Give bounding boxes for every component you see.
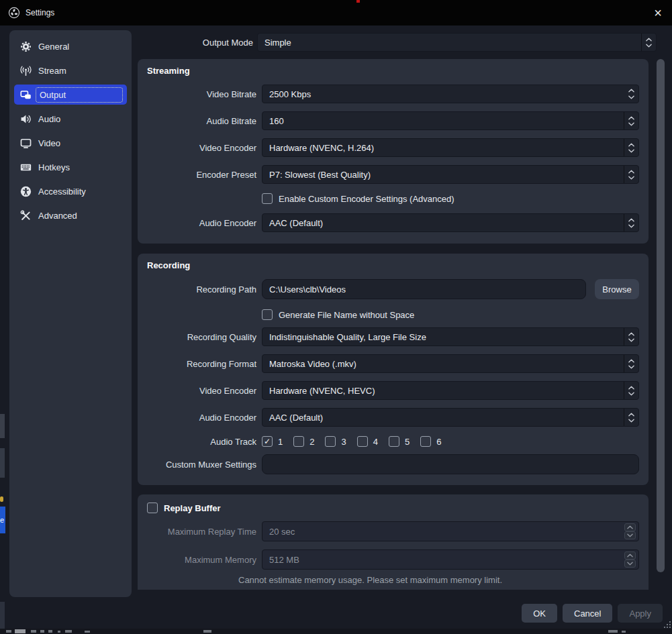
track-5-label: 5 (405, 437, 410, 447)
max-memory-spinbox: 512 MB (262, 549, 639, 570)
accessibility-icon (19, 185, 32, 197)
peek-blue-block: e (0, 507, 5, 533)
encoder-preset-value: P7: Slowest (Best Quality) (269, 170, 371, 180)
encoder-preset-row: Encoder Preset P7: Slowest (Best Quality… (147, 165, 639, 184)
chevron-up-down-icon[interactable] (624, 355, 638, 372)
encoder-preset-select[interactable]: P7: Slowest (Best Quality) (262, 165, 639, 184)
peek-block (0, 414, 5, 438)
scrollbar-thumb[interactable] (657, 59, 665, 572)
spin-up-button (624, 523, 636, 531)
cancel-button[interactable]: Cancel (563, 604, 612, 623)
recording-panel: Recording Recording Path Browse Generate… (138, 254, 649, 485)
audio-bitrate-value: 160 (269, 116, 284, 126)
stream-audio-encoder-select[interactable]: AAC (Default) (262, 213, 639, 232)
peek-block (0, 602, 5, 629)
max-replay-time-spinbox: 20 sec (262, 521, 639, 541)
sidebar-item-video[interactable]: Video (14, 133, 127, 153)
track-3-label: 3 (341, 437, 346, 447)
memory-usage-note: Cannot estimate memory usage. Please set… (238, 575, 614, 585)
recording-format-value: Matroska Video (.mkv) (269, 359, 356, 369)
ok-button[interactable]: OK (522, 604, 557, 623)
apply-button[interactable]: Apply (618, 604, 663, 623)
close-icon[interactable]: × (648, 0, 668, 25)
background-window-peek-bottom (0, 629, 672, 634)
chevron-up-down-icon[interactable] (641, 34, 656, 51)
rec-audio-encoder-select[interactable]: AAC (Default) (262, 408, 639, 427)
recording-quality-label: Recording Quality (147, 332, 256, 342)
chevron-up-down-icon[interactable] (624, 112, 638, 129)
recording-format-select[interactable]: Matroska Video (.mkv) (262, 354, 639, 373)
sidebar-item-audio[interactable]: Audio (14, 109, 127, 129)
audio-track-label: Audio Track (147, 437, 256, 447)
rec-video-encoder-select[interactable]: Hardware (NVENC, HEVC) (262, 381, 639, 400)
chevron-up-down-icon[interactable] (624, 166, 638, 183)
no-space-filename-row: Generate File Name without Space (262, 308, 639, 321)
chevron-up-down-icon[interactable] (624, 409, 638, 426)
resize-grip-icon[interactable] (663, 620, 671, 628)
browse-button[interactable]: Browse (595, 279, 639, 299)
max-replay-time-value: 20 sec (269, 527, 295, 537)
checkbox-track-3[interactable] (325, 436, 336, 447)
stream-video-encoder-row: Video Encoder Hardware (NVENC, H.264) (147, 138, 639, 157)
monitor-icon (19, 137, 32, 149)
sidebar-item-label: Output (36, 87, 123, 103)
sidebar-item-label: Hotkeys (38, 162, 70, 172)
max-replay-time-label: Maximum Replay Time (147, 527, 256, 537)
custom-muxer-input[interactable] (262, 454, 639, 474)
sidebar-item-label: General (38, 42, 69, 52)
video-encoder-value: Hardware (NVENC, HEVC) (269, 386, 375, 396)
sidebar-item-general[interactable]: General (14, 36, 127, 56)
spin-up-icon[interactable] (628, 89, 634, 93)
sidebar-item-advanced[interactable]: Advanced (14, 205, 127, 225)
checkbox[interactable] (262, 193, 273, 204)
checkmark-icon: ✓ (264, 437, 271, 445)
spin-down-icon[interactable] (628, 95, 634, 99)
obs-logo-icon (8, 7, 20, 19)
checkbox-track-6[interactable] (420, 436, 431, 447)
chevron-up-down-icon[interactable] (624, 139, 638, 156)
no-space-filename-label: Generate File Name without Space (279, 310, 414, 320)
custom-encoder-settings-row: Enable Custom Encoder Settings (Advanced… (262, 192, 639, 205)
stream-video-encoder-select[interactable]: Hardware (NVENC, H.264) (262, 138, 639, 157)
settings-dialog: Settings × General Stream Output Au (0, 0, 672, 629)
audio-bitrate-select[interactable]: 160 (262, 111, 639, 130)
checkbox-track-1[interactable]: ✓ (262, 436, 273, 447)
chevron-up-down-icon[interactable] (624, 382, 638, 399)
gear-icon (19, 40, 32, 52)
recording-section-title: Recording (147, 260, 639, 270)
stream-audio-encoder-row: Audio Encoder AAC (Default) (147, 213, 639, 232)
rec-video-encoder-row: Video Encoder Hardware (NVENC, HEVC) (147, 381, 639, 400)
sidebar-item-output[interactable]: Output (14, 85, 127, 105)
replay-buffer-label: Replay Buffer (164, 503, 221, 513)
video-encoder-label: Video Encoder (147, 386, 256, 396)
output-mode-value: Simple (265, 38, 291, 48)
checkbox[interactable] (262, 309, 273, 320)
audio-bitrate-row: Audio Bitrate 160 (147, 111, 639, 130)
chevron-up-down-icon[interactable] (624, 214, 638, 231)
audio-track-checkboxes: ✓ 1 2 3 4 5 6 (262, 436, 446, 447)
video-bitrate-spinbox[interactable]: 2500 Kbps (262, 85, 639, 103)
recording-quality-row: Recording Quality Indistinguishable Qual… (147, 327, 639, 346)
chevron-up-down-icon[interactable] (624, 328, 638, 346)
max-replay-time-row: Maximum Replay Time 20 sec (147, 521, 639, 541)
track-1-label: 1 (278, 437, 283, 447)
sidebar-item-accessibility[interactable]: Accessibility (14, 181, 127, 201)
output-mode-label: Output Mode (138, 38, 253, 48)
track-4-label: 4 (373, 437, 378, 447)
checkbox-track-2[interactable] (293, 436, 304, 447)
checkbox-replay-buffer[interactable] (147, 503, 158, 513)
sidebar-item-hotkeys[interactable]: Hotkeys (14, 157, 127, 177)
checkbox-track-4[interactable] (357, 436, 368, 447)
recording-path-input[interactable] (262, 279, 586, 299)
output-settings-content: Output Mode Simple Streaming Video Bitra… (138, 25, 657, 590)
speaker-icon (19, 113, 32, 125)
output-mode-select[interactable]: Simple (257, 33, 657, 52)
broadcast-icon (19, 64, 32, 76)
sidebar-item-stream[interactable]: Stream (14, 60, 127, 81)
checkbox-track-5[interactable] (389, 436, 399, 447)
streaming-panel: Streaming Video Bitrate 2500 Kbps Audio … (138, 59, 649, 244)
scrollbar[interactable] (657, 30, 665, 590)
recording-quality-select[interactable]: Indistinguishable Quality, Large File Si… (262, 327, 639, 346)
output-mode-row: Output Mode Simple (138, 33, 657, 52)
spin-up-button (624, 551, 636, 560)
